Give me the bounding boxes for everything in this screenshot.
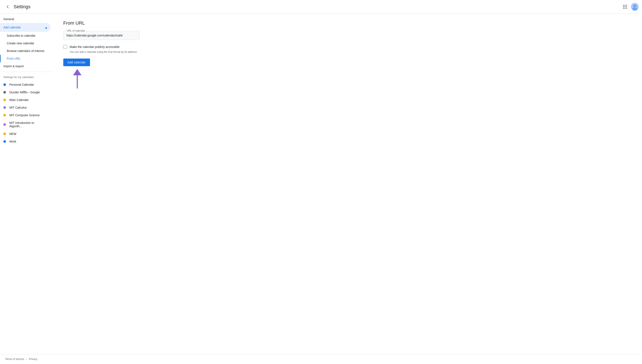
svg-rect-7 bbox=[624, 8, 625, 9]
sidebar-item-create-new[interactable]: Create new calendar bbox=[0, 40, 51, 47]
footer-separator: – bbox=[26, 358, 27, 360]
new-calendar-dot bbox=[4, 132, 6, 135]
public-checkbox-row: Make the calendar publicly accessible bbox=[63, 45, 632, 49]
calendar-item-dunder[interactable]: Dunder Mifflin - Google bbox=[0, 88, 51, 96]
public-checkbox[interactable] bbox=[63, 45, 67, 49]
calendar-item-work[interactable]: Work bbox=[0, 138, 51, 145]
new-calendar-label: NEW bbox=[9, 132, 16, 136]
sidebar-divider bbox=[0, 72, 53, 72]
svg-rect-3 bbox=[623, 6, 624, 7]
sidebar-item-add-calendar[interactable]: Add calendar ▴ bbox=[0, 23, 51, 32]
calendar-item-main[interactable]: Main Calendar bbox=[0, 96, 51, 104]
general-label: General bbox=[4, 18, 14, 21]
personal-calendar-dot bbox=[4, 83, 6, 86]
mit-algo-label: MIT Introduction to Algorith… bbox=[9, 121, 47, 128]
svg-point-10 bbox=[633, 4, 636, 8]
avatar[interactable] bbox=[631, 3, 638, 10]
work-calendar-dot bbox=[4, 140, 6, 143]
main-layout: General Add calendar ▴ Subscribe to cale… bbox=[0, 14, 642, 354]
dunder-calendar-dot bbox=[4, 91, 6, 94]
sidebar-item-subscribe[interactable]: Subscribe to calendar bbox=[0, 32, 51, 40]
main-calendar-label: Main Calendar bbox=[9, 98, 29, 102]
svg-rect-5 bbox=[626, 6, 627, 7]
calendar-item-personal[interactable]: Personal Calendar bbox=[0, 81, 51, 88]
add-calendar-label: Add calendar bbox=[4, 26, 21, 29]
browse-label: Browse calendars of interest bbox=[7, 49, 44, 52]
public-checkbox-label[interactable]: Make the calendar publicly accessible bbox=[70, 45, 120, 48]
svg-rect-4 bbox=[624, 6, 625, 7]
svg-marker-13 bbox=[73, 69, 82, 75]
calendar-item-mit-calculus[interactable]: MIT Calculus bbox=[0, 104, 51, 111]
sidebar: General Add calendar ▴ Subscribe to cale… bbox=[0, 14, 53, 354]
svg-rect-1 bbox=[624, 5, 625, 6]
mit-cs-dot bbox=[4, 114, 6, 116]
import-export-label: Import & export bbox=[4, 64, 24, 68]
mit-cs-label: MIT Computer Science bbox=[9, 114, 40, 117]
calendar-item-mit-cs[interactable]: MIT Computer Science bbox=[0, 111, 51, 119]
sidebar-item-browse[interactable]: Browse calendars of interest bbox=[0, 47, 51, 55]
svg-rect-0 bbox=[623, 5, 624, 6]
svg-rect-6 bbox=[623, 8, 624, 9]
calendar-item-new[interactable]: NEW bbox=[0, 130, 51, 138]
back-button[interactable] bbox=[4, 2, 12, 11]
svg-rect-2 bbox=[626, 5, 627, 6]
svg-rect-8 bbox=[626, 8, 627, 9]
mit-calculus-label: MIT Calculus bbox=[9, 106, 27, 109]
from-url-label: From URL bbox=[7, 57, 21, 60]
create-new-label: Create new calendar bbox=[7, 42, 34, 45]
url-input[interactable] bbox=[63, 31, 140, 40]
terms-link[interactable]: Terms of Service bbox=[5, 358, 24, 360]
mit-algo-dot bbox=[4, 123, 6, 126]
my-calendars-section-label: Settings for my calendars bbox=[0, 74, 53, 81]
add-calendar-button[interactable]: Add calendar bbox=[63, 58, 90, 66]
sidebar-item-import-export[interactable]: Import & export bbox=[0, 62, 51, 70]
mit-calculus-dot bbox=[4, 106, 6, 109]
calendar-item-mit-algo[interactable]: MIT Introduction to Algorith… bbox=[0, 119, 51, 130]
arrow-annotation bbox=[63, 68, 632, 89]
apps-grid-button[interactable] bbox=[621, 2, 629, 11]
url-input-container: URL of calendar bbox=[63, 31, 140, 40]
footer: Terms of Service – Privacy bbox=[0, 354, 642, 364]
url-input-label: URL of calendar bbox=[66, 29, 86, 32]
header-right-actions bbox=[621, 2, 638, 11]
subscribe-label: Subscribe to calendar bbox=[7, 34, 36, 37]
arrow-icon bbox=[71, 68, 84, 89]
section-title: From URL bbox=[63, 20, 632, 26]
chevron-up-icon: ▴ bbox=[45, 25, 47, 30]
helper-text: You can add a calendar using the iCal fo… bbox=[70, 50, 632, 54]
sidebar-item-from-url[interactable]: From URL bbox=[0, 55, 51, 62]
privacy-link[interactable]: Privacy bbox=[29, 358, 37, 360]
dunder-calendar-label: Dunder Mifflin - Google bbox=[9, 90, 40, 94]
page-title: Settings bbox=[14, 4, 31, 10]
top-header: Settings bbox=[0, 0, 642, 14]
personal-calendar-label: Personal Calendar bbox=[9, 83, 34, 86]
sidebar-item-general[interactable]: General bbox=[0, 15, 51, 23]
work-calendar-label: Work bbox=[9, 140, 16, 143]
main-calendar-dot bbox=[4, 99, 6, 101]
main-content: From URL URL of calendar Make the calend… bbox=[53, 14, 642, 354]
